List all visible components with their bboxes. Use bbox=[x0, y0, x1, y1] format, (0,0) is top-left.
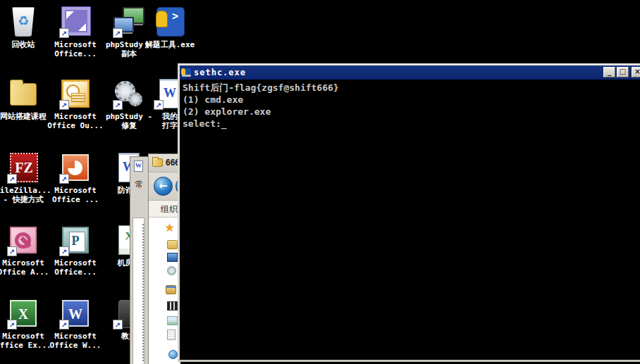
filezilla-shortcut-icon: ↗ bbox=[7, 151, 39, 184]
documents-icon[interactable] bbox=[167, 330, 176, 340]
ms-office-publisher-icon: ↗ bbox=[59, 224, 92, 256]
word-document-icon bbox=[134, 161, 143, 172]
explorer-title-bar[interactable]: 666 bbox=[149, 154, 180, 172]
console-line-prompt: select:_ bbox=[183, 118, 640, 130]
dos-app-icon bbox=[181, 68, 192, 77]
word-strip-body bbox=[133, 218, 144, 364]
shortcut-arrow-icon: ↗ bbox=[59, 100, 69, 110]
minimize-button[interactable]: _ bbox=[603, 67, 615, 77]
back-button[interactable]: ← bbox=[154, 177, 173, 196]
website-course-icon bbox=[7, 77, 39, 110]
shortcut-arrow-icon: ↗ bbox=[59, 28, 69, 38]
console-title-bar[interactable]: sethc.exe _ □ × bbox=[180, 65, 640, 80]
ribbon-tab-chang[interactable]: 常 bbox=[130, 179, 148, 191]
console-title: sethc.exe bbox=[194, 68, 246, 77]
console-window[interactable]: sethc.exe _ □ × Shift后门-flag{zgsf@shift6… bbox=[178, 63, 640, 362]
ms-office-word-icon: ↗ bbox=[59, 297, 92, 330]
recent-places-icon[interactable] bbox=[167, 266, 176, 275]
explorer-nav-bar: ← bbox=[149, 172, 180, 201]
organize-button[interactable]: 组织 bbox=[161, 203, 178, 215]
dotted-divider bbox=[142, 224, 144, 361]
shortcut-arrow-icon: ↗ bbox=[59, 174, 69, 184]
ms-office-excel-icon: ↗ bbox=[7, 297, 39, 330]
shortcut-arrow-icon: ↗ bbox=[7, 246, 17, 256]
ms-office-powerpoint-icon: ↗ bbox=[59, 151, 92, 184]
shortcut-arrow-icon: ↗ bbox=[59, 320, 69, 330]
ms-office-visio-icon: ↗ bbox=[59, 6, 92, 38]
console-line-option1: (1) cmd.exe bbox=[183, 94, 640, 106]
maximize-button[interactable]: □ bbox=[617, 67, 629, 77]
recycle-bin-icon bbox=[7, 6, 39, 38]
ms-office-access-icon: ↗ bbox=[7, 224, 39, 256]
console-line-flag: Shift后门-flag{zgsf@shift666} bbox=[183, 82, 640, 94]
explorer-window[interactable]: 666 ← 组织 ★ bbox=[148, 153, 180, 364]
shortcut-arrow-icon: ↗ bbox=[113, 28, 123, 38]
shortcut-arrow-icon: ↗ bbox=[59, 246, 69, 256]
videos-icon[interactable] bbox=[167, 301, 178, 310]
network-sphere-icon[interactable] bbox=[168, 350, 178, 359]
console-content[interactable]: Shift后门-flag{zgsf@shift666} (1) cmd.exe … bbox=[180, 80, 640, 360]
shortcut-arrow-icon: ↗ bbox=[7, 320, 17, 330]
downloads-folder-icon[interactable] bbox=[167, 240, 178, 249]
text-cursor: _ bbox=[221, 118, 227, 130]
jieti-tool-exe-icon bbox=[154, 6, 186, 38]
favorites-star-icon[interactable]: ★ bbox=[164, 223, 175, 233]
close-button[interactable]: × bbox=[632, 67, 640, 77]
explorer-sidebar: ★ bbox=[149, 218, 180, 364]
shortcut-arrow-icon: ↗ bbox=[113, 320, 123, 330]
pictures-icon[interactable] bbox=[167, 316, 178, 325]
desktop-icon-label: 解题工具.exe bbox=[137, 40, 202, 49]
desktop-icon[interactable] bbox=[167, 253, 178, 262]
explorer-toolbar: 组织 bbox=[149, 201, 180, 218]
folder-icon bbox=[152, 158, 163, 167]
libraries-folder-icon[interactable] bbox=[166, 285, 176, 294]
shortcut-arrow-icon: ↗ bbox=[113, 100, 123, 110]
console-line-option2: (2) explorer.exe bbox=[183, 106, 640, 118]
word-strip-window[interactable]: 常 bbox=[130, 156, 149, 364]
shortcut-arrow-icon: ↗ bbox=[154, 100, 164, 110]
shortcut-arrow-icon: ↗ bbox=[7, 174, 17, 184]
ms-office-outlook-icon: ↗ bbox=[59, 77, 92, 110]
desktop-icon-jieti-tool-exe[interactable]: 解题工具.exe bbox=[137, 6, 202, 49]
